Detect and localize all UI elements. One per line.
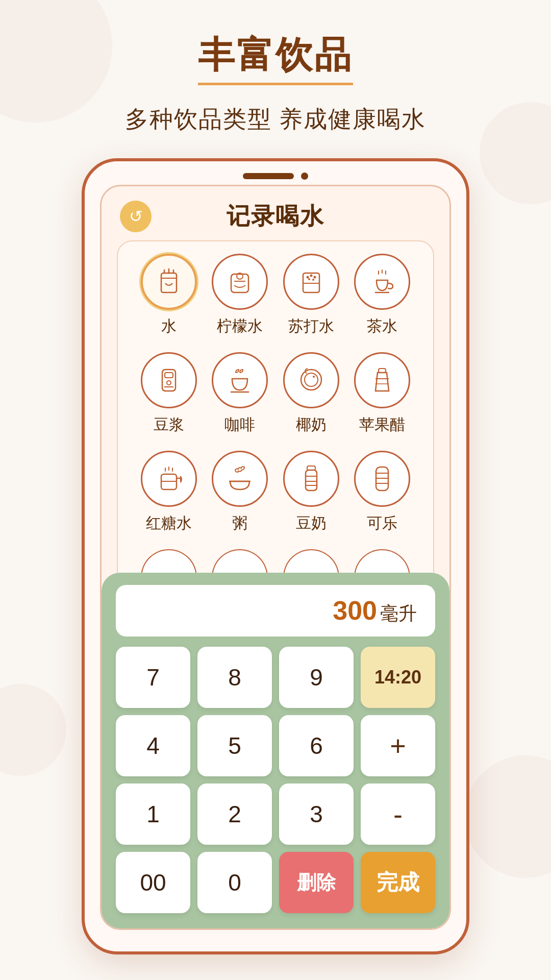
- numpad-section: 300毫升 7 8 9 14:20 4 5 6 + 1 2 3 - 0: [102, 573, 449, 928]
- drink-item-tea[interactable]: 茶水: [349, 254, 415, 337]
- app-title: 记录喝水: [152, 201, 399, 232]
- notch-dot: [301, 173, 308, 180]
- drink-label-porridge: 粥: [232, 513, 247, 534]
- drink-label-cola: 可乐: [367, 513, 397, 534]
- drink-label-soymilk2: 豆奶: [296, 513, 327, 534]
- num-4[interactable]: 4: [116, 715, 190, 776]
- numpad-grid: 7 8 9 14:20 4 5 6 + 1 2 3 - 00 0 删除 完成: [116, 647, 435, 913]
- svg-rect-21: [165, 373, 173, 378]
- phone-notch: [85, 161, 466, 185]
- drink-icon-brownsugar: [141, 451, 197, 507]
- delete-button[interactable]: 删除: [279, 852, 354, 913]
- drink-icon-cola: [354, 451, 410, 507]
- drink-item-soymilk2[interactable]: 豆奶: [278, 451, 344, 534]
- drink-label-soda: 苏打水: [288, 316, 334, 337]
- num-9[interactable]: 9: [279, 647, 354, 708]
- phone-mockup: ↺ 记录喝水: [82, 158, 469, 954]
- drink-icon-lemon: [212, 254, 268, 310]
- svg-rect-38: [306, 470, 317, 491]
- main-title: 丰富饮品: [198, 31, 353, 85]
- drink-icon-soymilk: [141, 352, 197, 408]
- drink-icon-vinegar: [354, 352, 410, 408]
- drink-icon-tea: [354, 254, 410, 310]
- num-1[interactable]: 1: [116, 783, 190, 845]
- drink-item-porridge[interactable]: 粥: [207, 451, 273, 534]
- drink-row-2: 豆浆 咖啡: [133, 352, 418, 435]
- svg-point-27: [313, 376, 315, 378]
- drink-icon-coffee: [212, 352, 268, 408]
- drink-grid: 水 柠檬水: [117, 240, 434, 573]
- num-5[interactable]: 5: [197, 715, 272, 776]
- num-2[interactable]: 2: [197, 783, 272, 845]
- app-header: ↺ 记录喝水: [102, 186, 449, 240]
- svg-point-9: [306, 276, 309, 279]
- drink-item-cola[interactable]: 可乐: [349, 451, 415, 534]
- time-button[interactable]: 14:20: [361, 647, 435, 708]
- drink-icon-coconut: [283, 352, 339, 408]
- drink-item-soymilk[interactable]: 豆浆: [136, 352, 202, 435]
- drink-label-vinegar: 苹果醋: [359, 414, 405, 435]
- drink-icon-soymilk2: [283, 451, 339, 507]
- drink-item-coconut[interactable]: 椰奶: [278, 352, 344, 435]
- svg-rect-0: [161, 273, 177, 292]
- svg-point-22: [167, 381, 171, 385]
- drink-icon-porridge: [212, 451, 268, 507]
- display-box: 300毫升: [116, 585, 435, 636]
- drink-row-partial: [133, 549, 418, 573]
- drink-label-water: 水: [161, 316, 177, 337]
- num-0[interactable]: 0: [197, 852, 272, 913]
- done-button[interactable]: 完成: [361, 852, 435, 913]
- drink-label-tea: 茶水: [367, 316, 397, 337]
- num-8[interactable]: 8: [197, 647, 272, 708]
- svg-point-26: [305, 373, 318, 386]
- drink-icon-soda: [283, 254, 339, 310]
- drink-item-water[interactable]: 水: [136, 254, 202, 337]
- drink-label-brownsugar: 红糖水: [146, 513, 192, 534]
- drink-label-lemon: 柠檬水: [217, 316, 263, 337]
- svg-rect-5: [231, 274, 248, 292]
- drink-icon-water: [141, 254, 197, 310]
- drink-item-coffee[interactable]: 咖啡: [207, 352, 273, 435]
- drink-label-soymilk: 豆浆: [154, 414, 184, 435]
- display-value: 300: [333, 596, 377, 625]
- plus-button[interactable]: +: [361, 715, 435, 776]
- drink-row-1: 水 柠檬水: [133, 254, 418, 337]
- display-unit: 毫升: [380, 603, 417, 624]
- drink-grid-container: 水 柠檬水: [112, 240, 439, 573]
- num-6[interactable]: 6: [279, 715, 354, 776]
- drink-item-vinegar[interactable]: 苹果醋: [349, 352, 415, 435]
- minus-button[interactable]: -: [361, 783, 435, 845]
- drink-item-soda[interactable]: 苏打水: [278, 254, 344, 337]
- num-00[interactable]: 00: [116, 852, 190, 913]
- num-3[interactable]: 3: [279, 783, 354, 845]
- svg-point-13: [312, 279, 314, 281]
- num-7[interactable]: 7: [116, 647, 190, 708]
- drink-item-lemon[interactable]: 柠檬水: [207, 254, 273, 337]
- drink-item-brownsugar[interactable]: 红糖水: [136, 451, 202, 534]
- svg-point-12: [308, 278, 310, 280]
- notch-bar: [243, 173, 294, 179]
- sub-title: 多种饮品类型 养成健康喝水: [0, 104, 551, 135]
- drink-label-coffee: 咖啡: [224, 414, 255, 435]
- back-button[interactable]: ↺: [120, 201, 152, 232]
- svg-point-11: [313, 276, 316, 279]
- svg-point-10: [310, 275, 312, 277]
- drink-label-coconut: 椰奶: [296, 414, 327, 435]
- app-screen: ↺ 记录喝水: [100, 185, 451, 930]
- drink-row-3: 红糖水 粥: [133, 451, 418, 534]
